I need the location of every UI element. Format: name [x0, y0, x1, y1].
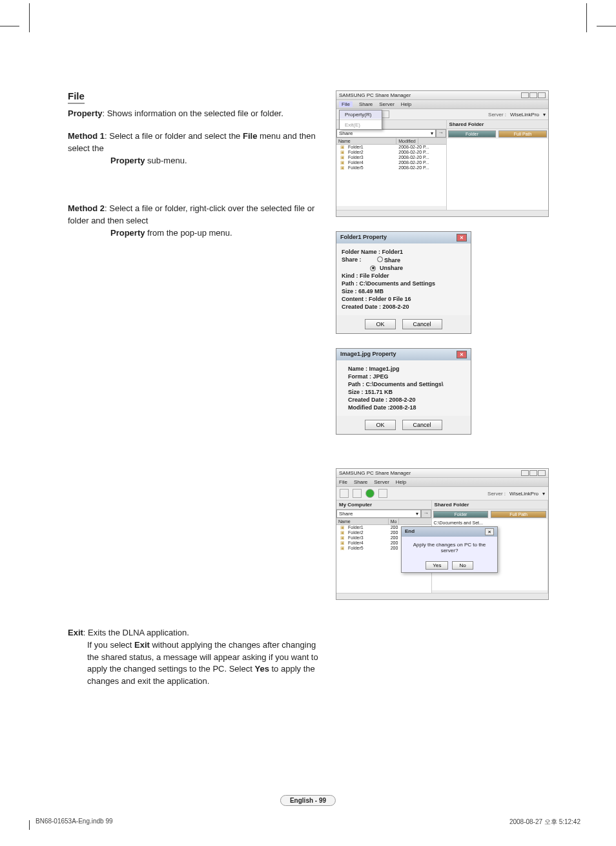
cancel-button[interactable]: Cancel — [402, 420, 442, 430]
table-row[interactable]: ▣Folder52008-02-20 P... — [336, 165, 446, 170]
app-window-exit: SAMSUNG PC Share Manager File Share Serv… — [336, 468, 549, 600]
window-title: SAMSUNG PC Share Manager — [339, 92, 411, 98]
close-icon[interactable]: × — [457, 234, 467, 242]
chevron-down-icon[interactable]: ▾ — [542, 491, 545, 497]
menu-item-property[interactable]: Property(R) — [340, 110, 382, 119]
window-title: SAMSUNG PC Share Manager — [339, 470, 411, 476]
col-name[interactable]: Name — [336, 519, 389, 524]
dialog-message: Apply the changes on PC to the server? — [402, 537, 497, 559]
ok-button[interactable]: OK — [365, 420, 395, 430]
fullpath-tab[interactable]: Full Path — [498, 130, 547, 138]
file-list: ▣Folder12008-02-20 P...▣Folder22008-02-2… — [336, 145, 446, 206]
size-line: Size : 68.49 MB — [342, 288, 466, 294]
toolbar-icon[interactable] — [340, 489, 349, 498]
server-label: Server : — [488, 491, 506, 497]
dialog-title: End — [405, 528, 415, 535]
window-titlebar: SAMSUNG PC Share Manager — [336, 91, 548, 100]
page-number-badge: English - 99 — [280, 795, 336, 806]
share-label: Share : — [342, 256, 362, 263]
image-property-dialog: Image1.jpg Property × Name : Image1.jpg … — [336, 348, 471, 435]
size-line: Size : 151.71 KB — [348, 389, 466, 395]
path-line: Path : C:\Documents and Settings — [342, 280, 466, 287]
footer-filename: BN68-01653A-Eng.indb 99 — [36, 818, 113, 827]
table-row[interactable]: ▣Folder42008-02-20 P... — [336, 160, 446, 165]
share-dropdown[interactable]: Share▾ — [336, 510, 421, 518]
table-row[interactable]: ▣Folder32008-02-20 P... — [336, 155, 446, 160]
unshare-radio[interactable] — [370, 265, 376, 271]
close-icon[interactable] — [538, 92, 546, 98]
menu-help[interactable]: Help — [396, 479, 406, 485]
go-button[interactable]: → — [421, 510, 431, 518]
property-label: Property — [68, 108, 102, 118]
method1: Method 1: Select a file or folder and se… — [68, 130, 323, 167]
maximize-icon[interactable] — [529, 92, 537, 98]
dialog-title: Image1.jpg Property — [340, 351, 396, 358]
dialog-title: Folder1 Property — [340, 234, 387, 242]
go-button[interactable]: → — [436, 129, 446, 138]
col-modified[interactable]: Mo — [389, 519, 400, 524]
section-title: File — [68, 90, 85, 104]
menu-server[interactable]: Server — [374, 479, 389, 485]
toolbar-icon[interactable] — [353, 489, 362, 498]
share-dropdown[interactable]: Share▾ — [336, 129, 436, 138]
right-panel-title: Shared Folder — [432, 500, 548, 510]
menu-item-exit[interactable]: Exit(E) — [340, 121, 382, 129]
table-row[interactable]: ▣Folder22008-02-20 P... — [336, 150, 446, 155]
fullpath-tab[interactable]: Full Path — [491, 511, 546, 518]
no-button[interactable]: No — [452, 561, 473, 570]
menubar: File Share Server Help — [336, 478, 548, 487]
kind-line: Kind : File Folder — [342, 273, 466, 279]
menu-file[interactable]: File — [339, 101, 353, 107]
menu-server[interactable]: Server — [379, 101, 395, 107]
close-icon[interactable]: × — [457, 351, 467, 358]
server-label: Server : — [488, 112, 506, 118]
property-description: Property: Shows information on the selec… — [68, 108, 323, 120]
crop-mark — [29, 820, 30, 830]
folder-property-dialog: Folder1 Property × Folder Name : Folder1… — [336, 231, 471, 334]
chevron-down-icon[interactable]: ▾ — [543, 112, 546, 118]
server-value[interactable]: WiseLinkPro — [509, 491, 539, 497]
modified-line: Modified Date :2008-2-18 — [348, 404, 466, 411]
path-line: Path : C:\Documents and Settings\ — [348, 381, 466, 387]
chevron-down-icon: ▾ — [431, 130, 433, 136]
toolbar: Server : WiseLinkPro ▾ — [336, 487, 548, 500]
app-window-property: SAMSUNG PC Share Manager File Share Serv… — [336, 90, 549, 217]
table-row[interactable]: ▣Folder12008-02-20 P... — [336, 145, 446, 150]
image-name-line: Name : Image1.jpg — [348, 366, 466, 372]
settings-icon[interactable] — [378, 489, 387, 498]
menu-file[interactable]: File — [339, 479, 347, 485]
file-menu-dropdown: Property(R) Exit(E) — [339, 110, 382, 130]
menu-share[interactable]: Share — [354, 479, 367, 485]
footer-timestamp: 2008-08-27 오후 5:12:42 — [509, 818, 580, 827]
close-icon[interactable] — [538, 470, 546, 476]
menu-share[interactable]: Share — [359, 101, 373, 107]
left-panel-title: My Computer — [336, 500, 431, 510]
format-line: Format : JPEG — [348, 373, 466, 380]
close-icon[interactable]: × — [485, 528, 494, 535]
end-dialog: End × Apply the changes on PC to the ser… — [401, 526, 498, 573]
method2: Method 2: Select a file or folder, right… — [68, 203, 323, 240]
col-name[interactable]: Name — [336, 138, 396, 144]
share-radio[interactable] — [377, 256, 383, 262]
created-line: Created Date : 2008-2-20 — [342, 304, 466, 310]
folder-tab[interactable]: Folder — [433, 511, 489, 518]
folder-name-line: Folder Name : Folder1 — [342, 249, 466, 255]
shared-folder-body — [447, 139, 548, 210]
maximize-icon[interactable] — [529, 470, 537, 476]
folder-tab[interactable]: Folder — [448, 130, 497, 138]
menu-help[interactable]: Help — [401, 101, 411, 107]
menubar: File Share Server Help — [336, 100, 548, 109]
col-modified[interactable]: Modified — [396, 138, 418, 144]
cancel-button[interactable]: Cancel — [402, 319, 442, 329]
settings-icon[interactable] — [382, 110, 389, 118]
right-panel-title: Shared Folder — [447, 120, 548, 129]
exit-description: Exit: Exits the DLNA application. If you… — [68, 627, 323, 688]
ok-button[interactable]: OK — [365, 319, 395, 329]
server-value[interactable]: WiseLinkPro — [510, 112, 539, 118]
window-titlebar: SAMSUNG PC Share Manager — [336, 469, 548, 478]
created-line: Created Date : 2008-2-20 — [348, 397, 466, 403]
yes-button[interactable]: Yes — [426, 561, 448, 570]
minimize-icon[interactable] — [521, 470, 529, 476]
refresh-icon[interactable] — [365, 489, 375, 498]
minimize-icon[interactable] — [521, 92, 529, 98]
